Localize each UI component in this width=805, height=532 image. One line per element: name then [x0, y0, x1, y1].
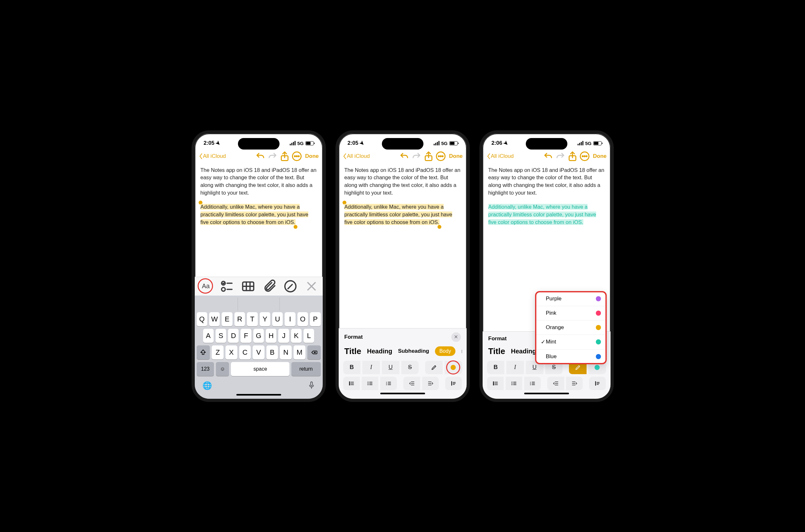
attachment-button[interactable]	[262, 280, 277, 292]
numbered-list-button[interactable]: 123	[380, 377, 397, 390]
color-option-mint[interactable]: ✓Mint	[536, 335, 606, 349]
key-h[interactable]: H	[266, 329, 276, 343]
style-title[interactable]: Title	[345, 346, 361, 356]
key-b[interactable]: B	[267, 345, 278, 359]
color-label: Mint	[546, 339, 596, 345]
key-t[interactable]: T	[247, 312, 257, 326]
more-icon[interactable]	[579, 151, 590, 162]
return-key[interactable]: return	[291, 362, 321, 376]
numbered-list-button[interactable]: 123	[524, 377, 541, 390]
done-button[interactable]: Done	[305, 153, 319, 159]
undo-icon[interactable]	[255, 151, 266, 162]
close-format-button[interactable]: ✕	[451, 332, 461, 342]
key-d[interactable]: D	[228, 329, 239, 343]
undo-icon[interactable]	[399, 151, 410, 162]
back-button[interactable]: All iCloud	[199, 153, 226, 159]
dash-list-button[interactable]	[362, 377, 378, 390]
key-f[interactable]: F	[240, 329, 251, 343]
more-icon[interactable]	[435, 151, 446, 162]
selection-handle-end[interactable]	[438, 225, 441, 229]
key-x[interactable]: X	[225, 345, 237, 359]
key-p[interactable]: P	[310, 312, 321, 326]
key-i[interactable]: I	[285, 312, 295, 326]
outdent-button[interactable]	[403, 377, 420, 390]
globe-icon[interactable]: 🌐	[202, 381, 212, 391]
style-body-selected[interactable]: Body	[435, 346, 455, 356]
key-y[interactable]: Y	[260, 312, 270, 326]
key-j[interactable]: J	[278, 329, 289, 343]
markup-button[interactable]	[283, 280, 298, 292]
dash-list-button[interactable]	[506, 377, 522, 390]
key-g[interactable]: G	[253, 329, 264, 343]
key-u[interactable]: U	[272, 312, 283, 326]
more-icon[interactable]	[291, 151, 303, 162]
paragraph-style-row[interactable]: Title Heading Subheading Body Mo	[343, 346, 462, 361]
color-option-pink[interactable]: Pink	[536, 306, 606, 321]
table-button[interactable]	[241, 280, 256, 292]
key-a[interactable]: A	[203, 329, 214, 343]
key-v[interactable]: V	[253, 345, 264, 359]
selection-handle-end[interactable]	[294, 225, 297, 229]
underline-button[interactable]: U	[382, 361, 400, 374]
key-m[interactable]: M	[294, 345, 306, 359]
indent-button[interactable]	[566, 377, 583, 390]
note-body[interactable]: The Notes app on iOS 18 and iPadOS 18 of…	[339, 165, 466, 328]
home-indicator[interactable]	[380, 393, 425, 394]
color-option-orange[interactable]: Orange	[536, 321, 606, 335]
bullet-list-button[interactable]	[343, 377, 360, 390]
block-quote-button[interactable]	[445, 377, 462, 390]
key-r[interactable]: R	[234, 312, 245, 326]
back-label: All iCloud	[347, 153, 370, 159]
key-z[interactable]: Z	[212, 345, 223, 359]
shift-key[interactable]	[197, 345, 210, 359]
done-button[interactable]: Done	[449, 153, 463, 159]
key-l[interactable]: L	[304, 329, 314, 343]
key-s[interactable]: S	[216, 329, 226, 343]
outdent-button[interactable]	[547, 377, 564, 390]
key-o[interactable]: O	[297, 312, 308, 326]
delete-key[interactable]	[307, 345, 321, 359]
strikethrough-button[interactable]: S	[401, 361, 419, 374]
key-c[interactable]: C	[239, 345, 251, 359]
key-k[interactable]: K	[291, 329, 301, 343]
text-color-button[interactable]	[444, 361, 462, 374]
bold-button[interactable]: B	[487, 361, 505, 374]
style-subheading[interactable]: Subheading	[398, 348, 429, 354]
checklist-button[interactable]	[220, 280, 234, 292]
share-icon[interactable]	[423, 151, 434, 162]
text-format-button[interactable]: Aa	[199, 280, 213, 292]
numbers-key[interactable]: 123	[197, 362, 214, 376]
italic-button[interactable]: I	[362, 361, 380, 374]
key-e[interactable]: E	[222, 312, 232, 326]
indent-button[interactable]	[422, 377, 439, 390]
space-key[interactable]: space	[231, 362, 290, 376]
share-icon[interactable]	[567, 151, 578, 162]
style-heading[interactable]: Heading	[511, 348, 536, 355]
suggestion-bar[interactable]	[196, 298, 322, 311]
style-heading[interactable]: Heading	[367, 348, 392, 355]
emoji-key[interactable]: ☺	[216, 362, 229, 376]
color-option-blue[interactable]: Blue	[536, 349, 606, 364]
key-q[interactable]: Q	[197, 312, 207, 326]
home-indicator[interactable]	[236, 394, 281, 396]
back-button[interactable]: All iCloud	[343, 153, 370, 159]
color-option-purple[interactable]: Purple	[536, 292, 606, 306]
svg-point-27	[349, 383, 350, 384]
back-button[interactable]: All iCloud	[487, 153, 514, 159]
italic-button[interactable]: I	[506, 361, 524, 374]
home-indicator[interactable]	[524, 393, 569, 394]
bold-button[interactable]: B	[343, 361, 361, 374]
share-icon[interactable]	[279, 151, 290, 162]
mic-icon[interactable]	[308, 381, 315, 391]
block-quote-button[interactable]	[589, 377, 606, 390]
undo-icon[interactable]	[543, 151, 554, 162]
highlight-pen-button[interactable]	[425, 361, 443, 374]
key-w[interactable]: W	[209, 312, 220, 326]
style-title[interactable]: Title	[488, 346, 505, 356]
note-body[interactable]: The Notes app on iOS 18 and iPadOS 18 of…	[195, 165, 323, 277]
style-more[interactable]: Mo	[461, 348, 462, 354]
bullet-list-button[interactable]	[487, 377, 504, 390]
key-n[interactable]: N	[280, 345, 292, 359]
close-toolbar-button[interactable]	[304, 280, 319, 292]
done-button[interactable]: Done	[593, 153, 607, 159]
